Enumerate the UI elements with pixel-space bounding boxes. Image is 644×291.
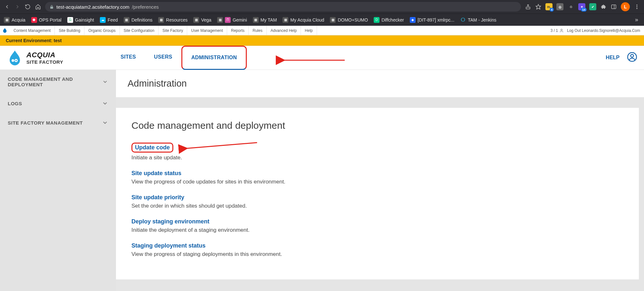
- link-desc: Set the order in which sites should get …: [131, 203, 623, 209]
- folder-icon: ▦: [124, 17, 130, 23]
- browser-top-bar: test-acquiatam2.acsitefactory.com/prefer…: [0, 0, 644, 14]
- home-button[interactable]: [35, 4, 41, 10]
- svg-marker-1: [536, 5, 541, 9]
- page-title-band: Administration: [116, 70, 644, 98]
- folder-icon: ▦: [4, 17, 10, 23]
- link-update-code[interactable]: Update code: [131, 143, 173, 153]
- admin-menu-item[interactable]: Organic Groups: [84, 26, 120, 35]
- admin-menu-item[interactable]: Site Building: [55, 26, 84, 35]
- bookmark-item[interactable]: ☁Feed: [100, 17, 118, 23]
- sidebar: CODE MANAGEMENT AND DEPLOYMENT LOGS SITE…: [0, 70, 116, 291]
- tab-administration[interactable]: ADMINISTRATION: [181, 46, 247, 70]
- bookmark-item[interactable]: DDiffchecker: [374, 17, 404, 23]
- forward-button[interactable]: [14, 4, 21, 10]
- extension-icon[interactable]: m.4: [545, 3, 553, 10]
- link-desc: Initiate a site update.: [131, 155, 623, 161]
- browser-actions: m.4 ◎ ♻ ✦14 ✔ L: [525, 2, 640, 11]
- extension-icon[interactable]: ✦14: [578, 3, 585, 10]
- extension-icon[interactable]: ✔: [589, 3, 596, 10]
- bookmarks-overflow[interactable]: »: [633, 16, 640, 23]
- content-area: Administration Code management and deplo…: [116, 70, 644, 291]
- admin-menu-item[interactable]: Rules: [249, 26, 267, 35]
- link-site-update-status[interactable]: Site update status: [131, 170, 181, 177]
- sidebar-item-label: SITE FACTORY MANAGEMENT: [8, 120, 83, 126]
- sidebar-item-logs[interactable]: LOGS: [0, 94, 116, 113]
- bookmark-item[interactable]: ▦Definitions: [124, 17, 152, 23]
- admin-menu-item[interactable]: Site Configuration: [120, 26, 159, 35]
- bookmark-item[interactable]: GGainsight: [67, 17, 94, 23]
- sidebar-item-label: LOGS: [8, 101, 22, 106]
- bookmark-item[interactable]: ▦DOMO+SUMO: [330, 17, 368, 23]
- user-icon: [559, 28, 564, 33]
- admin-menu-item[interactable]: Site Factory: [159, 26, 187, 35]
- link-block: Site update priority Set the order in wh…: [131, 194, 623, 209]
- favicon-icon: ⵔ: [460, 17, 466, 23]
- link-block: Deploy staging environment Initiate the …: [131, 218, 623, 233]
- chevron-down-icon: [102, 100, 108, 107]
- bookmark-item[interactable]: ⵔTAM - Jenkins: [460, 17, 496, 23]
- bookmark-item[interactable]: ▦Vega: [193, 17, 211, 23]
- help-link[interactable]: HELP: [606, 55, 620, 61]
- section-title: Code management and deployment: [131, 120, 623, 131]
- favicon-icon: ◆: [410, 17, 416, 23]
- reload-button[interactable]: [24, 4, 31, 10]
- address-bar[interactable]: test-acquiatam2.acsitefactory.com/prefer…: [45, 2, 521, 12]
- extensions-puzzle-icon[interactable]: [600, 4, 607, 10]
- brand-logo[interactable]: ACQUIA SITE FACTORY: [7, 50, 63, 65]
- svg-point-4: [637, 5, 638, 5]
- admin-menu-item[interactable]: User Management: [187, 26, 227, 35]
- bookmark-item[interactable]: ⬣OPS Portal: [31, 17, 62, 23]
- annotation-arrow: [183, 141, 260, 154]
- admin-menu-item[interactable]: Content Management: [10, 26, 55, 35]
- chevron-down-icon: [102, 79, 108, 85]
- bookmark-item[interactable]: ▦My TAM: [253, 17, 277, 23]
- share-icon[interactable]: [525, 4, 531, 10]
- user-account-icon[interactable]: [627, 52, 637, 63]
- bookmark-item[interactable]: ▦Resources: [158, 17, 187, 23]
- extension-icon[interactable]: ♻: [567, 3, 574, 10]
- folder-icon: ▦: [253, 17, 259, 23]
- back-button[interactable]: [4, 4, 10, 10]
- admin-menu-item[interactable]: Reports: [227, 26, 249, 35]
- drupal-logo-icon[interactable]: [0, 26, 10, 35]
- svg-point-8: [12, 59, 14, 62]
- admin-menu-item[interactable]: Help: [301, 26, 317, 35]
- environment-bar: Current Environment: test: [0, 35, 644, 46]
- sidebar-item-code-deployment[interactable]: CODE MANAGEMENT AND DEPLOYMENT: [0, 70, 116, 94]
- bookmark-item[interactable]: ◆[DIT-897] xmlrpc...: [410, 17, 454, 23]
- folder-icon: ▦: [217, 17, 223, 23]
- link-desc: View the progress of staging deployments…: [131, 251, 623, 258]
- sidebar-item-site-factory-mgmt[interactable]: SITE FACTORY MANAGEMENT: [0, 113, 116, 132]
- folder-icon: ▦: [283, 17, 288, 23]
- cms-admin-menu: Content Management Site Building Organic…: [0, 26, 644, 35]
- link-block: Site update status View the progress of …: [131, 170, 623, 185]
- folder-icon: ▦: [193, 17, 199, 23]
- bookmark-item[interactable]: ▦ΠGemini: [217, 17, 247, 23]
- tab-users[interactable]: USERS: [145, 46, 181, 70]
- link-site-update-priority[interactable]: Site update priority: [131, 194, 184, 201]
- link-desc: Initiate the deployment of a staging env…: [131, 227, 623, 233]
- annotation-arrow: [280, 55, 348, 66]
- folder-icon: ▦: [158, 17, 164, 23]
- link-deploy-staging[interactable]: Deploy staging environment: [131, 218, 209, 225]
- favicon-icon: ⬣: [31, 17, 37, 23]
- lock-icon: [50, 5, 54, 9]
- kebab-menu-icon[interactable]: [634, 4, 640, 10]
- svg-rect-2: [611, 5, 616, 9]
- bookmark-star-icon[interactable]: [535, 4, 542, 10]
- logout-link[interactable]: Log Out Leonardo.Signorelli@Acquia.Com: [567, 28, 640, 33]
- profile-avatar[interactable]: L: [621, 2, 630, 11]
- main-nav: SITES USERS ADMINISTRATION: [111, 46, 247, 70]
- bookmark-bar: ▦Acquia ⬣OPS Portal GGainsight ☁Feed ▦De…: [0, 14, 644, 26]
- bookmark-item[interactable]: ▦Acquia: [4, 17, 25, 23]
- link-block: Staging deployment status View the progr…: [131, 242, 623, 258]
- bookmark-item[interactable]: ▦My Acquia Cloud: [283, 17, 324, 23]
- tab-sites[interactable]: SITES: [111, 46, 145, 70]
- favicon-icon: G: [67, 17, 73, 23]
- panel-icon[interactable]: [610, 4, 617, 10]
- admin-menu-item[interactable]: Advanced Help: [267, 26, 301, 35]
- extension-icon[interactable]: ◎: [556, 3, 563, 10]
- link-staging-deployment-status[interactable]: Staging deployment status: [131, 242, 206, 249]
- folder-icon: ▦: [330, 17, 336, 23]
- url-host: test-acquiatam2.acsitefactory.com: [56, 4, 129, 10]
